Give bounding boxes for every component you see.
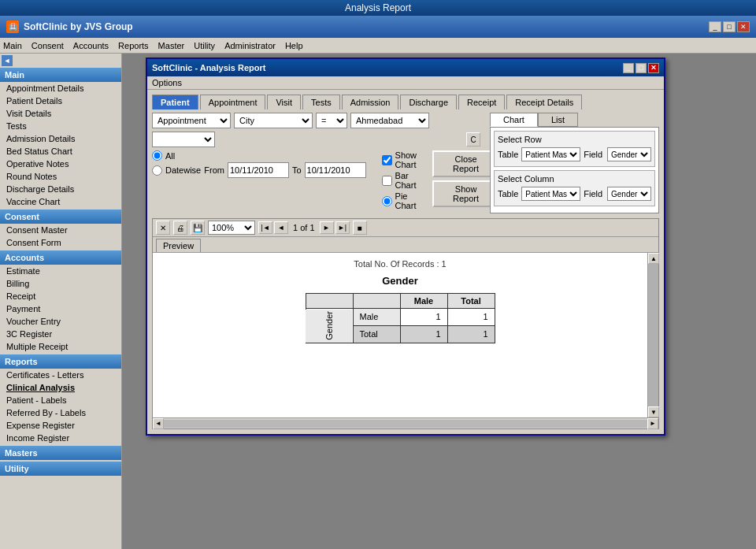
work-area: SoftClinic - Analysis Report _ □ ✕ Optio… [122,54,756,549]
sidebar-item-estimate[interactable]: Estimate [0,265,121,277]
close-button[interactable]: ✕ [737,21,750,32]
tab-visit[interactable]: Visit [267,95,301,109]
sidebar-item-certificates-letters[interactable]: Certificates - Letters [0,369,121,381]
filter-clear-button[interactable]: C [466,132,480,147]
table-header-male: Male [400,294,447,309]
preview-scroll-area: Total No. Of Records : 1 Gender Male [153,252,658,417]
sidebar-item-visit-details[interactable]: Visit Details [0,107,121,120]
check-pie-chart: Pie Chart [382,191,417,210]
toolbar-print-btn[interactable]: 🖨 [173,221,187,235]
menu-accounts[interactable]: Accounts [73,41,109,50]
sidebar-item-operative-notes[interactable]: Operative Notes [0,158,121,170]
sidebar-item-3c-register[interactable]: 3C Register [0,328,121,340]
select-row-section: Select Row Table Patient Mas Field [494,131,655,167]
sidebar-section-consent-header: Consent [0,210,121,224]
preview-container: ✕ 🖨 💾 100% |◄ ◄ 1 of 1 ► ►| [152,218,659,429]
tab-admission[interactable]: Admission [342,95,399,109]
select-row-field-select[interactable]: Gender [607,147,651,161]
sidebar-item-round-notes[interactable]: Round Notes [0,170,121,183]
table-header-total: Total [447,294,495,309]
sidebar-item-admission-details[interactable]: Admission Details [0,132,121,145]
dialog-maximize-button[interactable]: □ [636,63,647,73]
dialog-close-button[interactable]: ✕ [648,63,659,73]
sidebar-toggle-button[interactable]: ◄ [2,55,13,66]
tab-tests[interactable]: Tests [302,95,340,109]
sidebar-item-bed-status-chart[interactable]: Bed Status Chart [0,145,121,158]
gender-row-label: Gender [306,309,353,343]
radio-datewise-label: Datewise [165,165,201,175]
sidebar-item-consent-master[interactable]: Consent Master [0,224,121,236]
menu-master[interactable]: Master [158,41,185,50]
nav-first-button[interactable]: |◄ [258,221,272,234]
bar-chart-checkbox[interactable] [382,176,392,186]
scroll-left-button[interactable]: ◄ [153,418,164,429]
zoom-select[interactable]: 100% [208,221,255,235]
sidebar-item-referred-by-labels[interactable]: Referred By - Labels [0,406,121,419]
sidebar-section-main: Main Appointment Details Patient Details… [0,68,121,208]
dialog-menu-options[interactable]: Options [152,78,182,87]
filter-value-select[interactable]: Ahmedabad [350,113,429,128]
sidebar-section-reports: Reports Certificates - Letters Clinical … [0,354,121,444]
sidebar-item-tests[interactable]: Tests [0,120,121,132]
sidebar-item-multiple-receipt[interactable]: Multiple Receipt [0,340,121,353]
filter-operator-select[interactable]: = [316,113,347,128]
date-to-input[interactable] [305,162,366,178]
preview-hscroll: ◄ ► [153,417,658,428]
check-group: Show Chart Bar Chart Pie Chart [382,150,417,210]
menu-consent[interactable]: Consent [32,41,64,50]
sidebar-item-payment[interactable]: Payment [0,302,121,315]
sidebar-item-patient-labels[interactable]: Patient - Labels [0,394,121,406]
menu-administrator[interactable]: Administrator [224,41,276,50]
tab-receipt[interactable]: Receipt [458,95,505,109]
filter-type-select[interactable]: Appointment [152,113,231,128]
filter-field-select[interactable]: City [234,113,313,128]
tab-receipt-details[interactable]: Receipt Details [506,95,582,109]
menu-reports[interactable]: Reports [118,41,149,50]
sidebar-item-receipt[interactable]: Receipt [0,290,121,302]
tab-appointment[interactable]: Appointment [200,95,266,109]
scroll-down-button[interactable]: ▼ [648,406,659,417]
sidebar-item-patient-details[interactable]: Patient Details [0,95,121,107]
scroll-right-button[interactable]: ► [647,418,658,429]
sidebar-item-expense-register[interactable]: Expense Register [0,419,121,432]
filter-secondary-select[interactable] [152,132,215,147]
sidebar-item-clinical-analysis[interactable]: Clinical Analysis [0,381,121,394]
nav-last-button[interactable]: ►| [335,221,350,234]
menu-utility[interactable]: Utility [194,41,215,50]
menu-main[interactable]: Main [3,41,22,50]
tab-discharge[interactable]: Discharge [400,95,457,109]
minimize-button[interactable]: _ [709,21,721,32]
show-chart-checkbox[interactable] [382,155,392,165]
sidebar-item-consent-form[interactable]: Consent Form [0,236,121,249]
pie-chart-radio[interactable] [382,196,392,206]
radio-all-input[interactable] [152,150,162,161]
nav-next-button[interactable]: ► [320,221,334,234]
menu-help[interactable]: Help [285,41,303,50]
sidebar-item-income-register[interactable]: Income Register [0,432,121,444]
preview-tab[interactable]: Preview [156,239,201,252]
sidebar-item-discharge-details[interactable]: Discharge Details [0,183,121,195]
select-column-table-select[interactable]: Patient Mas [521,187,580,201]
maximize-button[interactable]: □ [723,21,736,32]
from-label: From [204,165,224,175]
date-from-input[interactable] [228,162,289,178]
select-row-table-select[interactable]: Patient Mas [521,147,580,161]
radio-datewise-input[interactable] [152,165,162,176]
sidebar-item-billing[interactable]: Billing [0,277,121,290]
select-column-field-select[interactable]: Gender [607,187,651,201]
toolbar-stop-btn[interactable]: ■ [353,221,367,235]
sidebar-section-utility: Utility [0,462,121,476]
scroll-up-button[interactable]: ▲ [648,253,659,264]
chart-tab[interactable]: Chart [490,113,538,127]
sidebar-item-appointment-details[interactable]: Appointment Details [0,82,121,95]
list-tab[interactable]: List [538,113,578,127]
toolbar-close-btn[interactable]: ✕ [156,221,170,235]
left-panel: Appointment City = Ahmedabad [152,113,485,213]
toolbar-save-btn[interactable]: 💾 [191,221,205,235]
sidebar-item-voucher-entry[interactable]: Voucher Entry [0,315,121,328]
nav-prev-button[interactable]: ◄ [274,221,288,234]
dialog-minimize-button[interactable]: _ [623,63,634,73]
tab-patient[interactable]: Patient [152,95,198,109]
tab-bar: Patient Appointment Visit Tests Admissio… [152,95,659,109]
sidebar-item-vaccine-chart[interactable]: Vaccine Chart [0,195,121,208]
